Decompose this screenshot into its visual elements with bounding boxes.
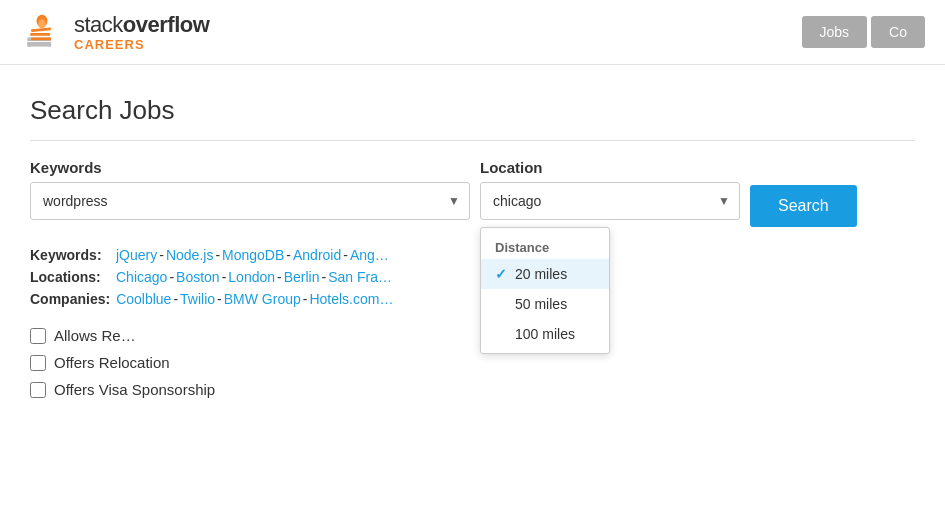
logo-name: stackoverflow [74, 14, 209, 36]
location-field-group: Location chicago ▼ [480, 159, 740, 220]
offers-visa-row[interactable]: Offers Visa Sponsorship [30, 381, 915, 398]
location-label: Location [480, 159, 740, 176]
companies-links: Coolblue - Twilio - BMW Group - Hotels.c… [116, 291, 393, 307]
link-mongodb[interactable]: MongoDB [222, 247, 284, 263]
offers-relocation-row[interactable]: Offers Relocation [30, 354, 915, 371]
keywords-select[interactable]: wordpress [30, 182, 470, 220]
main-content: Search Jobs Keywords wordpress ▼ Locatio… [0, 65, 945, 418]
location-select-wrapper: chicago ▼ [480, 182, 740, 220]
link-berlin[interactable]: Berlin [284, 269, 320, 285]
keywords-link-row: Keywords: jQuery - Node.js - MongoDB - A… [30, 247, 915, 263]
search-button[interactable]: Search [750, 185, 857, 227]
distance-dropdown: Distance ✓ 20 miles 50 miles 100 miles [480, 227, 610, 354]
keywords-select-wrapper: wordpress ▼ [30, 182, 470, 220]
link-twilio[interactable]: Twilio [180, 291, 215, 307]
offers-visa-checkbox[interactable] [30, 382, 46, 398]
svg-point-8 [38, 19, 45, 28]
distance-50-label: 50 miles [515, 296, 567, 312]
link-ang[interactable]: Ang… [350, 247, 389, 263]
svg-rect-2 [27, 42, 31, 47]
link-london[interactable]: London [228, 269, 275, 285]
offers-relocation-label: Offers Relocation [54, 354, 170, 371]
keywords-link-label: Keywords: [30, 247, 110, 263]
link-boston[interactable]: Boston [176, 269, 220, 285]
link-jquery[interactable]: jQuery [116, 247, 157, 263]
locations-links: Chicago - Boston - London - Berlin - San… [116, 269, 392, 285]
no-check-icon-100 [495, 326, 509, 342]
link-bmw[interactable]: BMW Group [224, 291, 301, 307]
location-select[interactable]: chicago [480, 182, 740, 220]
keywords-label: Keywords [30, 159, 470, 176]
logo-area: stackoverflow CAREERS [20, 12, 209, 52]
checkboxes-section: Allows Re… Offers Relocation Offers Visa… [30, 323, 915, 398]
no-check-icon-50 [495, 296, 509, 312]
link-nodejs[interactable]: Node.js [166, 247, 213, 263]
svg-rect-3 [47, 42, 51, 47]
co-nav-button[interactable]: Co [871, 16, 925, 48]
allows-remote-label: Allows Re… [54, 327, 136, 344]
distance-option-100[interactable]: 100 miles [481, 319, 609, 349]
companies-link-row: Companies: Coolblue - Twilio - BMW Group… [30, 291, 915, 307]
distance-100-label: 100 miles [515, 326, 575, 342]
svg-rect-5 [30, 33, 50, 36]
link-hotels[interactable]: Hotels.com… [309, 291, 393, 307]
stackoverflow-logo-icon [20, 12, 64, 52]
distance-option-20[interactable]: ✓ 20 miles [481, 259, 609, 289]
logo-text: stackoverflow CAREERS [74, 14, 209, 51]
companies-link-label: Companies: [30, 291, 110, 307]
link-coolblue[interactable]: Coolblue [116, 291, 171, 307]
distance-label: Distance [481, 232, 609, 259]
allows-remote-row[interactable]: Allows Re… [30, 327, 915, 344]
distance-20-label: 20 miles [515, 266, 567, 282]
offers-visa-label: Offers Visa Sponsorship [54, 381, 215, 398]
svg-rect-6 [31, 37, 51, 40]
allows-remote-checkbox[interactable] [30, 328, 46, 344]
checkmark-icon: ✓ [495, 266, 509, 282]
header: stackoverflow CAREERS Jobs Co [0, 0, 945, 65]
offers-relocation-checkbox[interactable] [30, 355, 46, 371]
link-chicago[interactable]: Chicago [116, 269, 167, 285]
links-section: Keywords: jQuery - Node.js - MongoDB - A… [30, 247, 915, 307]
link-android[interactable]: Android [293, 247, 341, 263]
distance-option-50[interactable]: 50 miles [481, 289, 609, 319]
logo-careers: CAREERS [74, 38, 209, 51]
link-sanfra[interactable]: San Fra… [328, 269, 392, 285]
search-section: Keywords wordpress ▼ Location chicago ▼ … [30, 159, 915, 227]
jobs-nav-button[interactable]: Jobs [802, 16, 868, 48]
locations-link-row: Locations: Chicago - Boston - London - B… [30, 269, 915, 285]
locations-link-label: Locations: [30, 269, 110, 285]
keywords-links: jQuery - Node.js - MongoDB - Android - A… [116, 247, 389, 263]
header-nav: Jobs Co [802, 16, 925, 48]
page-title: Search Jobs [30, 95, 915, 141]
keywords-field-group: Keywords wordpress ▼ [30, 159, 470, 220]
